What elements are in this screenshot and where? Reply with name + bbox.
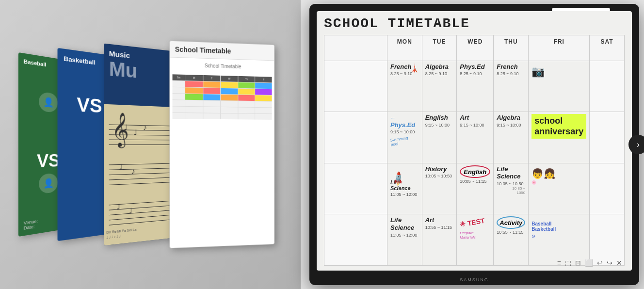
cell-r2-label [324,112,387,163]
player-icon-top: 👤 [39,92,58,112]
cell-r4-sat [590,214,625,266]
music-card: Music Mu 𝄞 [104,44,175,246]
cell-r2-sat [590,112,625,163]
cell-r3-mon: 🚀 LifeScience 11:05 ~ 12:00 [387,163,422,215]
cell-r1-fri: 📷 [529,61,590,112]
toolbar-redo-icon[interactable]: ↪ [607,259,612,267]
time-french-thu: 8:25 ~ 9:10 [497,71,525,76]
col-header-mon: MON [387,35,422,61]
left-section: Baseball 👤 VS 👤 Venue: Date: Basketball … [0,0,301,289]
player-icon-bottom: 👤 [39,173,58,193]
monitor-screen: SCHOOL TIMETABLE MON TUE WED THU FRI SAT… [317,11,632,271]
toolbar-copy-icon[interactable]: ⊡ [575,259,581,267]
subject-history-tue: History [425,165,454,173]
subject-algebra-tue: Algebra [425,63,454,71]
cell-r2-tue: English 9:15 ~ 10:00 [422,112,457,163]
col-header-thu: THU [494,35,529,61]
cell-r3-fri: 👦👧 🌸 [529,163,590,215]
english-circled: English [460,165,490,178]
cell-r1-wed: Phys.Ed 8:25 ~ 9:10 [457,61,494,112]
flower-icon: 🌸 [531,180,586,185]
right-section: ───────── ▾ › SCHOOL TIMETABLE MON TUE W… [305,0,644,289]
cell-r4-mon: LifeScience 11:05 ~ 12:00 [387,214,422,266]
time-history-tue: 10:05 ~ 10:50 [425,174,454,178]
prepare-annotation: PrepareMaterials [460,231,490,240]
col-header-fri: FRI [529,35,590,61]
cell-r2-thu: Algebra 9:15 ~ 10:00 [494,112,529,163]
activity-circled: Activity [497,216,525,229]
monitor-toolbar: ≡ ⬚ ⊡ ⬜ ↩ ↪ ✕ [557,259,622,267]
subject-art-wed: Art [460,114,490,122]
time-physed-wed: 8:25 ~ 9:10 [460,71,490,76]
swimming-annotation: Swimmingpool [390,134,419,147]
time-art-tue-r4: 10:55 ~ 11:15 [425,225,454,230]
time-english-tue: 9:15 ~ 10:00 [425,123,454,128]
cell-r3-tue: History 10:05 ~ 10:50 [422,163,457,215]
cell-r3-sat [590,163,625,215]
cell-r3-label [324,163,387,215]
cell-r2-fri: schoolanniversary [529,112,590,163]
col-header-wed: WED [457,35,494,61]
kids-doodle-icon: 👦👧 [531,168,586,179]
monitor: ───────── ▾ › SCHOOL TIMETABLE MON TUE W… [309,4,639,285]
cell-r2-mon: ← Phys.Ed 9:15 ~ 10:00 Swimmingpool [387,112,422,163]
subject-algebra-thu: Algebra [497,114,525,122]
eiffel-icon: 🗼 [410,64,419,73]
timetable-title: SCHOOL TIMETABLE [324,16,625,31]
cell-r4-fri: BaseballBasketball » [529,214,590,266]
subject-french-thu: French [497,63,525,71]
time-algebra-thu: 9:15 ~ 10:00 [497,123,525,128]
toolbar-comment-icon[interactable]: ⬚ [565,259,571,267]
time-lifescience-mon-r4: 11:05 ~ 12:00 [390,233,419,238]
test-annotation: ✳ TEST [459,217,485,229]
toolbar-menu-icon[interactable]: ≡ [557,259,561,267]
timetable-container: SCHOOL TIMETABLE MON TUE WED THU FRI SAT… [317,11,632,271]
samsung-logo: SAMSUNG [460,277,489,282]
cell-r2-wed: Art 9:15 ~ 10:00 [457,112,494,163]
subject-english-tue: English [425,114,454,122]
baseball-basketball-label: BaseballBasketball [531,221,586,232]
camera-icon: 📷 [531,65,586,78]
subject-lifescience-thu: LifeScience [497,165,525,180]
timetable-preview-subtitle: School Timetable [174,62,271,70]
time-art-wed: 9:15 ~ 10:00 [460,123,490,128]
cell-r1-label [324,61,387,112]
lifescience-note: 10 85 ~1050 [497,186,525,195]
col-header-sat: SAT [590,35,625,61]
cell-r4-thu: Activity 10:55 ~ 11:15 [494,214,529,266]
cell-r1-mon: French 8:25 ~ 9:10 🗼 [387,61,422,112]
time-physed-mon: 9:15 ~ 10:00 [390,129,419,134]
cell-r3-thu: LifeScience 10:05 ~ 10:50 10 85 ~1050 [494,163,529,215]
staff-lines: ♩ ♩ ♪ ♩ ♪ ♩ ♩ Do Re Mi Fa Sol La♩ ♩ ♩ ♪ … [104,104,175,246]
time-lifescience-mon2: 11:05 ~ 12:00 [390,192,419,197]
arrow-right-icon: » [531,232,586,240]
toolbar-crop-icon[interactable]: ⬜ [585,259,593,267]
subject-lifescience-mon-r4: LifeScience [390,216,419,231]
cell-r4-label [324,214,387,266]
time-english-wed: 10:05 ~ 11:15 [460,179,490,184]
next-button[interactable]: › [628,135,644,154]
cell-r4-wed: ✳ TEST PrepareMaterials [457,214,494,266]
timetable-mini-grid: Tm M T W Th F [173,74,272,120]
music-sheet: 𝄞 ♩ [104,104,175,246]
cell-r1-tue: Algebra 8:25 ~ 9:10 [422,61,457,112]
time-lifescience-thu: 10:05 ~ 10:50 [497,181,525,186]
toolbar-close-icon[interactable]: ✕ [616,259,622,267]
cell-r1-sat [590,61,625,112]
cell-r1-thu: French 8:25 ~ 9:10 [494,61,529,112]
timetable-preview-title: School Timetable [175,45,270,56]
subject-physed-wed: Phys.Ed [460,63,490,71]
time-algebra-tue: 8:25 ~ 9:10 [425,71,454,76]
cell-r4-tue: Art 10:55 ~ 11:15 [422,214,457,266]
col-header-tue: TUE [422,35,457,61]
cell-r3-wed: English 10:05 ~ 11:15 [457,163,494,215]
subject-physed-mon: ← Phys.Ed [390,114,419,128]
toolbar-undo-icon[interactable]: ↩ [597,259,603,267]
col-header-empty [324,35,387,61]
timetable-preview-card: School Timetable School Timetable Tm M T… [169,41,274,249]
subject-art-tue-r4: Art [425,216,454,224]
school-anniversary-text: schoolanniversary [531,114,586,139]
card-stack: Baseball 👤 VS 👤 Venue: Date: Basketball … [10,18,291,271]
timetable-grid: MON TUE WED THU FRI SAT French 8:25 ~ 9:… [324,35,625,266]
time-activity-thu: 10:55 ~ 11:15 [497,230,525,235]
